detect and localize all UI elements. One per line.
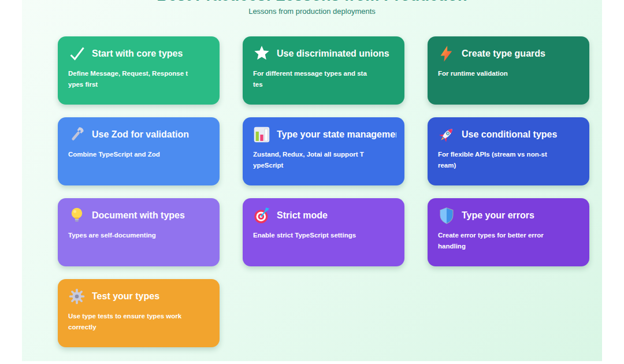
card-use-conditional-types: Use conditional types For flexible APIs …	[428, 117, 589, 185]
card-desc: Use type tests to ensure types work corr…	[68, 311, 211, 333]
card-create-type-guards: Create type guards For runtime validatio…	[428, 36, 589, 105]
card-desc: Combine TypeScript and Zod	[68, 149, 211, 160]
slide: Best Practices: Lessons from Production …	[22, 0, 602, 361]
card-desc: For different message types and sta tes	[253, 68, 396, 90]
card-desc: Define Message, Request, Response t ypes…	[68, 68, 211, 90]
card-desc: Types are self-documenting	[68, 230, 211, 241]
card-start-with-core-types: Start with core types Define Message, Re…	[58, 36, 220, 105]
card-title: Type your state management	[277, 129, 396, 140]
card-title: Test your types	[92, 291, 159, 302]
lightning-icon	[438, 45, 455, 62]
page-subtitle: Lessons from production deployments	[22, 7, 602, 16]
cards-grid: Start with core types Define Message, Re…	[58, 36, 602, 347]
card-test-your-types: Test your types Use type tests to ensure…	[58, 279, 220, 347]
card-title: Use discriminated unions	[277, 49, 389, 59]
card-desc: For flexible APIs (stream vs non-st ream…	[438, 149, 581, 171]
card-desc: For runtime validation	[438, 68, 581, 79]
lightbulb-icon	[68, 207, 86, 224]
check-icon	[68, 45, 86, 62]
card-title: Create type guards	[462, 49, 545, 59]
card-title: Type your errors	[462, 210, 534, 221]
card-use-zod-for-validation: Use Zod for validation Combine TypeScrip…	[58, 117, 220, 185]
bar-chart-icon	[253, 126, 270, 143]
page-title: Best Practices: Lessons from Production	[22, 0, 602, 6]
target-icon	[253, 207, 270, 224]
card-strict-mode: Strict mode Enable strict TypeScript set…	[243, 198, 404, 266]
card-title: Use Zod for validation	[92, 129, 189, 140]
card-desc: Create error types for better error hand…	[438, 230, 581, 252]
card-type-your-errors: Type your errors Create error types for …	[428, 198, 589, 266]
card-desc: Enable strict TypeScript settings	[253, 230, 396, 241]
gear-icon	[68, 288, 86, 305]
slide-header: Best Practices: Lessons from Production …	[22, 0, 602, 16]
card-title: Document with types	[92, 210, 185, 221]
wrench-icon	[68, 126, 86, 143]
rocket-icon	[438, 126, 455, 143]
shield-icon	[438, 207, 455, 224]
card-type-your-state-management: Type your state management Zustand, Redu…	[243, 117, 404, 185]
card-title: Start with core types	[92, 49, 183, 59]
star-icon	[253, 45, 270, 62]
card-use-discriminated-unions: Use discriminated unions For different m…	[243, 36, 404, 105]
card-document-with-types: Document with types Types are self-docum…	[58, 198, 220, 266]
card-desc: Zustand, Redux, Jotai all support T ypeS…	[253, 149, 396, 171]
card-title: Use conditional types	[462, 129, 557, 140]
card-title: Strict mode	[277, 210, 328, 221]
